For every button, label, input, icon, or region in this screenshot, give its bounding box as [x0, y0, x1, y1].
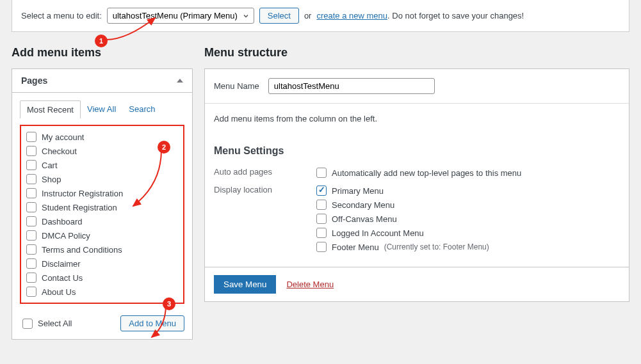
- location-checkbox[interactable]: [316, 186, 327, 196]
- location-option[interactable]: Logged In Account Menu: [316, 226, 620, 240]
- location-checkbox[interactable]: [316, 242, 327, 252]
- select-menu-label: Select a menu to edit:: [21, 11, 102, 20]
- page-label: Shop: [42, 175, 61, 184]
- add-to-menu-button[interactable]: Add to Menu: [120, 315, 184, 331]
- page-label: Dashboard: [42, 217, 83, 226]
- select-all-checkbox[interactable]: [22, 319, 33, 329]
- page-checkbox[interactable]: [26, 287, 37, 297]
- collapse-icon: [177, 79, 183, 83]
- menu-select[interactable]: ultahostTestMenu (Primary Menu): [107, 8, 254, 24]
- location-checkbox[interactable]: [316, 228, 327, 238]
- location-hint: (Currently set to: Footer Menu): [384, 242, 489, 251]
- location-label: Off-Canvas Menu: [332, 214, 397, 224]
- tab-view-all[interactable]: View All: [81, 100, 122, 118]
- page-checkbox[interactable]: [26, 132, 37, 142]
- select-all-label: Select All: [38, 319, 72, 328]
- page-item[interactable]: About Us: [24, 285, 181, 299]
- menu-name-input[interactable]: [268, 78, 435, 94]
- page-item[interactable]: Disclaimer: [24, 257, 181, 271]
- auto-add-text: Automatically add new top-level pages to…: [332, 168, 521, 178]
- page-label: My account: [42, 132, 84, 142]
- page-item[interactable]: My account: [24, 130, 181, 144]
- or-text: or: [304, 11, 312, 20]
- location-label: Logged In Account Menu: [332, 228, 424, 238]
- page-label: About Us: [42, 287, 76, 297]
- display-location-label: Display location: [214, 184, 316, 254]
- auto-add-option[interactable]: Automatically add new top-level pages to…: [316, 166, 620, 180]
- location-label: Secondary Menu: [332, 200, 394, 210]
- page-checkbox[interactable]: [26, 230, 37, 241]
- location-label: Footer Menu: [332, 242, 379, 252]
- page-label: Cart: [42, 161, 58, 170]
- pages-accordion-title: Pages: [21, 75, 47, 86]
- location-option[interactable]: Footer Menu(Currently set to: Footer Men…: [316, 240, 620, 254]
- annotation-badge-2: 2: [158, 141, 170, 154]
- page-item[interactable]: Contact Us: [24, 271, 181, 285]
- menu-select-bar: Select a menu to edit: ultahostTestMenu …: [12, 0, 629, 32]
- select-all-row[interactable]: Select All: [20, 317, 74, 331]
- page-item[interactable]: Student Registration: [24, 200, 181, 214]
- location-option[interactable]: Secondary Menu: [316, 198, 620, 212]
- structure-hint: Add menu items from the column on the le…: [205, 104, 629, 134]
- page-label: DMCA Policy: [42, 231, 90, 241]
- delete-menu-link[interactable]: Delete Menu: [286, 280, 334, 289]
- page-checkbox[interactable]: [26, 273, 37, 283]
- location-checkbox[interactable]: [316, 214, 327, 224]
- page-label: Contact Us: [42, 273, 83, 283]
- page-item[interactable]: Shop: [24, 172, 181, 186]
- page-checkbox[interactable]: [26, 202, 37, 212]
- page-label: Disclaimer: [42, 259, 81, 269]
- tab-most-recent[interactable]: Most Recent: [20, 100, 81, 118]
- page-label: Instructor Registration: [42, 189, 123, 198]
- add-items-heading: Add menu items: [12, 46, 193, 59]
- page-item[interactable]: Dashboard: [24, 214, 181, 228]
- auto-add-checkbox[interactable]: [316, 168, 327, 178]
- page-checkbox[interactable]: [26, 244, 37, 255]
- location-option[interactable]: Primary Menu: [316, 184, 620, 198]
- pages-tabs: Most Recent View All Search: [20, 100, 184, 118]
- page-item[interactable]: Cart: [24, 158, 181, 172]
- page-checkbox[interactable]: [26, 146, 37, 156]
- page-checkbox[interactable]: [26, 188, 37, 198]
- tab-search[interactable]: Search: [122, 100, 161, 118]
- pages-accordion-header[interactable]: Pages: [12, 68, 193, 93]
- page-item[interactable]: Instructor Registration: [24, 186, 181, 200]
- annotation-badge-3: 3: [163, 297, 175, 310]
- select-button[interactable]: Select: [259, 8, 299, 24]
- page-checkbox[interactable]: [26, 160, 37, 170]
- menu-structure-heading: Menu structure: [204, 46, 629, 59]
- reminder-text: . Do not forget to save your changes!: [387, 11, 524, 20]
- display-locations: Primary MenuSecondary MenuOff-Canvas Men…: [316, 184, 620, 254]
- page-item[interactable]: Terms and Conditions: [24, 242, 181, 257]
- save-menu-button[interactable]: Save Menu: [214, 275, 276, 294]
- create-menu-link[interactable]: create a new menu: [316, 11, 387, 20]
- location-label: Primary Menu: [332, 186, 384, 196]
- location-checkbox[interactable]: [316, 200, 327, 210]
- annotation-badge-1: 1: [95, 35, 108, 47]
- location-option[interactable]: Off-Canvas Menu: [316, 212, 620, 226]
- page-checkbox[interactable]: [26, 216, 37, 226]
- page-checkbox[interactable]: [26, 258, 37, 269]
- menu-settings-heading: Menu Settings: [214, 145, 620, 157]
- page-label: Checkout: [42, 146, 77, 156]
- page-checkbox[interactable]: [26, 174, 37, 184]
- auto-add-label: Auto add pages: [214, 166, 316, 180]
- page-label: Terms and Conditions: [42, 245, 122, 255]
- menu-name-label: Menu Name: [214, 81, 259, 91]
- page-item[interactable]: DMCA Policy: [24, 228, 181, 242]
- page-label: Student Registration: [42, 203, 117, 212]
